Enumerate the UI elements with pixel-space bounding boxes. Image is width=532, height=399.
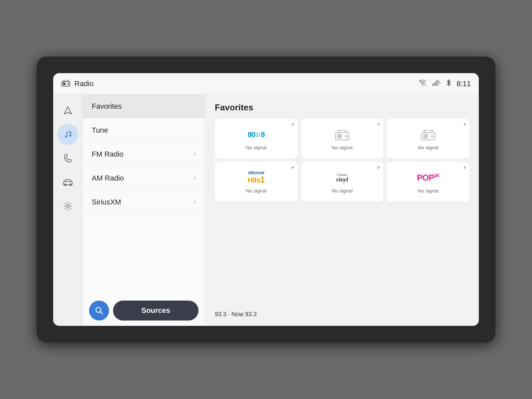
nav-item-favorites[interactable]: Favorites — [82, 94, 205, 118]
sidebar-item-navigation[interactable] — [57, 100, 78, 121]
sidebar-item-phone[interactable] — [57, 148, 78, 169]
tile-4-logo: SIRIUSXM Hits1 — [248, 171, 265, 185]
sidebar — [53, 94, 82, 326]
favorites-title: Favorites — [215, 102, 469, 113]
svg-point-4 — [67, 83, 69, 84]
favorite-tile-2[interactable]: ✦ No signal — [301, 119, 384, 159]
now-playing: 93.3 · Now 93.3 — [215, 311, 469, 318]
add-favorite-icon-6: ✦ — [463, 165, 467, 171]
main-content: Favorites Tune FM Radio › AM Radio › Sir — [53, 94, 479, 326]
nav-item-tune[interactable]: Tune — [82, 118, 205, 142]
svg-point-24 — [345, 135, 347, 138]
tile-2-logo — [335, 127, 349, 142]
siriusxm-chevron: › — [194, 199, 196, 205]
wireless-off-icon — [419, 79, 427, 88]
tile-4-label: No signal — [246, 188, 267, 194]
nav-item-siriusxm[interactable]: SiriusXM › — [82, 190, 205, 214]
svg-rect-9 — [436, 81, 438, 86]
clock-display: 8:11 — [457, 79, 471, 88]
nav-panel: Favorites Tune FM Radio › AM Radio › Sir — [82, 94, 205, 326]
tile-1-label: No signal — [246, 145, 267, 150]
svg-point-18 — [66, 205, 69, 207]
favorites-grid: ✦ 80 ⊙ 8 No signal ✦ — [215, 119, 469, 202]
header-left: Radio — [61, 79, 419, 89]
svg-rect-23 — [337, 134, 342, 139]
sidebar-item-vehicle[interactable] — [57, 172, 78, 193]
favorite-tile-5[interactable]: ✦ Classic vinyl No signal — [301, 162, 384, 202]
signal-off-icon — [432, 79, 441, 88]
svg-rect-8 — [434, 82, 436, 86]
add-favorite-icon-3: ✦ — [463, 121, 467, 128]
screen: Radio — [53, 73, 479, 326]
add-favorite-icon-5: ✦ — [376, 165, 381, 171]
nav-item-fm-radio[interactable]: FM Radio › — [82, 142, 205, 166]
svg-point-28 — [431, 135, 434, 138]
svg-rect-27 — [423, 134, 428, 139]
nav-item-am-radio[interactable]: AM Radio › — [82, 166, 205, 190]
tile-5-label: No signal — [332, 188, 353, 194]
add-favorite-icon-1: ✦ — [291, 121, 295, 128]
header-title: Radio — [74, 79, 93, 88]
tile-6-logo: POP2K — [417, 171, 440, 185]
radio-header-icon — [61, 79, 70, 89]
tile-1-logo: 80 ⊙ 8 — [248, 127, 265, 142]
svg-point-5 — [422, 84, 423, 86]
header-bar: Radio — [53, 73, 479, 94]
svg-rect-3 — [63, 82, 66, 85]
content-panel: Favorites ✦ 80 ⊙ 8 No signal — [205, 94, 479, 326]
svg-rect-7 — [432, 83, 434, 86]
tile-2-label: No signal — [332, 145, 353, 150]
tile-6-label: No signal — [418, 188, 439, 194]
favorite-tile-4[interactable]: ✦ SIRIUSXM Hits1 No signal — [215, 162, 298, 202]
am-radio-chevron: › — [194, 175, 196, 182]
favorite-tile-6[interactable]: ✦ POP2K No signal — [387, 162, 469, 202]
tile-3-logo — [421, 127, 436, 142]
svg-point-14 — [69, 135, 71, 137]
svg-point-13 — [65, 136, 67, 138]
add-favorite-icon-4: ✦ — [291, 165, 295, 171]
add-favorite-icon-2: ✦ — [376, 121, 381, 128]
favorite-tile-1[interactable]: ✦ 80 ⊙ 8 No signal — [215, 119, 298, 159]
header-right: 8:11 — [419, 79, 471, 88]
car-surround: Radio — [37, 57, 495, 342]
sources-button[interactable]: Sources — [113, 301, 199, 321]
tile-3-label: No signal — [418, 145, 439, 150]
sidebar-item-music[interactable] — [57, 124, 78, 145]
nav-bottom-actions: Sources — [82, 295, 205, 326]
svg-rect-15 — [64, 182, 72, 185]
sidebar-item-settings[interactable] — [57, 196, 78, 217]
screen-bezel: Radio — [53, 73, 479, 326]
fm-radio-chevron: › — [194, 151, 196, 158]
favorite-tile-3[interactable]: ✦ No signal — [387, 119, 469, 159]
search-button[interactable] — [89, 301, 109, 321]
bluetooth-icon — [446, 79, 451, 88]
svg-marker-12 — [64, 107, 71, 114]
svg-line-20 — [100, 312, 103, 314]
tile-5-logo: Classic vinyl — [336, 171, 348, 185]
